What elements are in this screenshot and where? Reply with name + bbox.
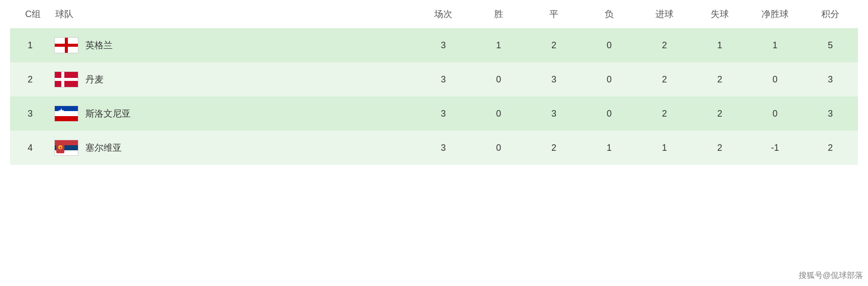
ga-cell: 1 — [692, 28, 747, 62]
draw-cell: 2 — [526, 131, 582, 165]
table-row: 2 丹麦 3 0 3 0 2 2 0 3 — [10, 62, 858, 97]
standings-table: C组 球队 场次 胜 平 负 进球 失球 净胜球 积分 1 英格兰 3 1 2 … — [10, 0, 858, 165]
rank-cell: 3 — [10, 97, 50, 131]
loss-cell: 0 — [582, 97, 637, 131]
ga-header: 失球 — [692, 0, 747, 28]
table-row: 4 ✦ 塞尔维亚 3 0 2 1 1 2 -1 2 — [10, 131, 858, 165]
gd-header: 净胜球 — [747, 0, 803, 28]
rank-cell: 4 — [10, 131, 50, 165]
svg-marker-0 — [58, 108, 64, 114]
gd-cell: 0 — [747, 62, 803, 97]
ga-cell: 2 — [692, 62, 747, 97]
loss-cell: 0 — [582, 28, 637, 62]
played-header: 场次 — [416, 0, 471, 28]
gf-cell: 1 — [637, 131, 692, 165]
team-cell: 斯洛文尼亚 — [50, 97, 416, 131]
svg-text:✦: ✦ — [59, 146, 62, 150]
draw-cell: 3 — [526, 62, 582, 97]
team-name: 斯洛文尼亚 — [85, 108, 131, 120]
pts-cell: 3 — [803, 62, 858, 97]
draw-cell: 2 — [526, 28, 582, 62]
watermark: 搜狐号@侃球部落 — [799, 270, 863, 281]
gf-cell: 2 — [637, 62, 692, 97]
team-cell: ✦ 塞尔维亚 — [50, 131, 416, 165]
table-row: 3 斯洛文尼亚 3 0 3 0 2 2 0 3 — [10, 97, 858, 131]
gd-cell: -1 — [747, 131, 803, 165]
team-cell: 英格兰 — [50, 28, 416, 62]
team-name: 英格兰 — [85, 39, 113, 51]
serbia-flag-icon: ✦ — [54, 140, 78, 156]
played-cell: 3 — [416, 62, 471, 97]
rank-cell: 1 — [10, 28, 50, 62]
ga-cell: 2 — [692, 97, 747, 131]
draw-cell: 3 — [526, 97, 582, 131]
denmark-flag-icon — [54, 71, 78, 87]
pts-cell: 3 — [803, 97, 858, 131]
gf-cell: 2 — [637, 97, 692, 131]
loss-header: 负 — [582, 0, 637, 28]
pts-cell: 2 — [803, 131, 858, 165]
table-header-row: C组 球队 场次 胜 平 负 进球 失球 净胜球 积分 — [10, 0, 858, 28]
team-header: 球队 — [50, 0, 416, 28]
slovenia-flag-icon — [54, 106, 78, 122]
gf-cell: 2 — [637, 28, 692, 62]
win-header: 胜 — [471, 0, 526, 28]
pts-cell: 5 — [803, 28, 858, 62]
loss-cell: 1 — [582, 131, 637, 165]
win-cell: 1 — [471, 28, 526, 62]
loss-cell: 0 — [582, 62, 637, 97]
draw-header: 平 — [526, 0, 582, 28]
gf-header: 进球 — [637, 0, 692, 28]
ga-cell: 2 — [692, 131, 747, 165]
played-cell: 3 — [416, 131, 471, 165]
standings-table-container: C组 球队 场次 胜 平 负 进球 失球 净胜球 积分 1 英格兰 3 1 2 … — [0, 0, 868, 165]
played-cell: 3 — [416, 97, 471, 131]
team-name: 塞尔维亚 — [85, 142, 122, 154]
gd-cell: 0 — [747, 97, 803, 131]
rank-cell: 2 — [10, 62, 50, 97]
team-cell: 丹麦 — [50, 62, 416, 97]
win-cell: 0 — [471, 131, 526, 165]
table-row: 1 英格兰 3 1 2 0 2 1 1 5 — [10, 28, 858, 62]
win-cell: 0 — [471, 97, 526, 131]
win-cell: 0 — [471, 62, 526, 97]
pts-header: 积分 — [803, 0, 858, 28]
group-header: C组 — [10, 0, 50, 28]
played-cell: 3 — [416, 28, 471, 62]
team-name: 丹麦 — [85, 73, 104, 85]
england-flag-icon — [54, 37, 78, 53]
gd-cell: 1 — [747, 28, 803, 62]
